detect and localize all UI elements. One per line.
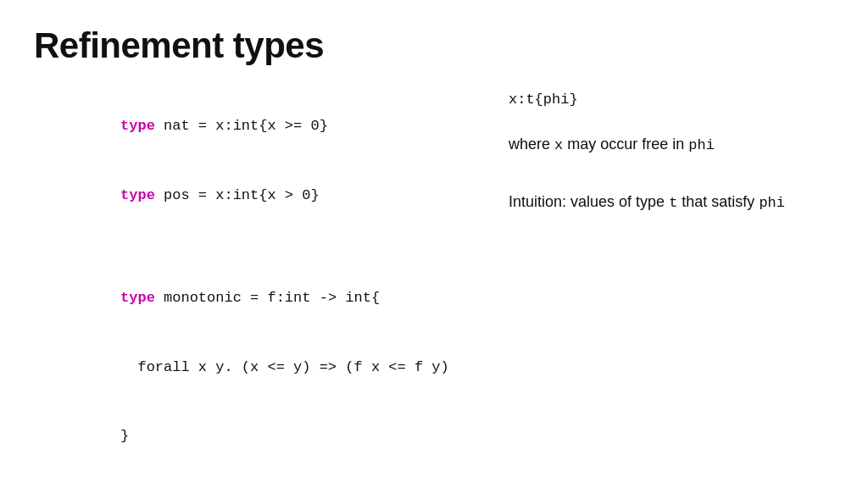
- code-line-pos: type pos = x:int{x > 0}: [34, 161, 509, 230]
- code-line-monotonic-3: }: [34, 402, 509, 471]
- nat-definition: nat = x:int{x >= 0}: [155, 118, 328, 134]
- code-line-monotonic-2: forall x y. (x <= y) => (f x <= f y): [34, 333, 509, 402]
- spacer-3: [509, 125, 834, 133]
- code-line-nat: type nat = x:int{x >= 0}: [34, 92, 509, 161]
- code-line-monotonic-1: type monotonic = f:int -> int{: [34, 263, 509, 333]
- nat-pos-block: type nat = x:int{x >= 0} type pos = x:in…: [34, 92, 509, 230]
- intuition-text: Intuition: values of type: [509, 193, 669, 210]
- page-title: Refinement types: [34, 25, 834, 66]
- where-x: x: [554, 137, 563, 153]
- keyword-type-1: type: [120, 118, 155, 134]
- keyword-type-3: type: [120, 290, 155, 306]
- where-text: where: [509, 136, 554, 152]
- intuition-phi: phi: [759, 195, 785, 211]
- where-clause: where x may occur free in phi: [509, 133, 834, 157]
- type-notation-text: x:t{phi}: [509, 92, 578, 108]
- page: Refinement types type nat = x:int{x >= 0…: [0, 0, 868, 488]
- spacer-1: [34, 247, 509, 263]
- intuition-t: t: [669, 195, 677, 211]
- where-phi: phi: [688, 137, 715, 153]
- right-panel: x:t{phi} where x may occur free in phi I…: [509, 92, 834, 488]
- type-notation: x:t{phi}: [509, 92, 834, 108]
- forall-line: forall x y. (x <= y) => (f x <= f y): [120, 359, 449, 375]
- content-area: type nat = x:int{x >= 0} type pos = x:in…: [34, 92, 834, 488]
- keyword-type-2: type: [120, 187, 155, 203]
- intuition-clause: Intuition: values of type t that satisfy…: [509, 191, 834, 214]
- pos-definition: pos = x:int{x > 0}: [155, 187, 320, 203]
- closing-brace: }: [120, 428, 129, 444]
- intuition-middle: that satisfy: [677, 193, 759, 210]
- monotonic-definition: monotonic = f:int -> int{: [155, 290, 380, 306]
- monotonic-block: type monotonic = f:int -> int{ forall x …: [34, 263, 509, 471]
- where-middle: may occur free in: [563, 136, 688, 152]
- spacer-4: [509, 174, 834, 191]
- left-panel: type nat = x:int{x >= 0} type pos = x:in…: [34, 92, 509, 488]
